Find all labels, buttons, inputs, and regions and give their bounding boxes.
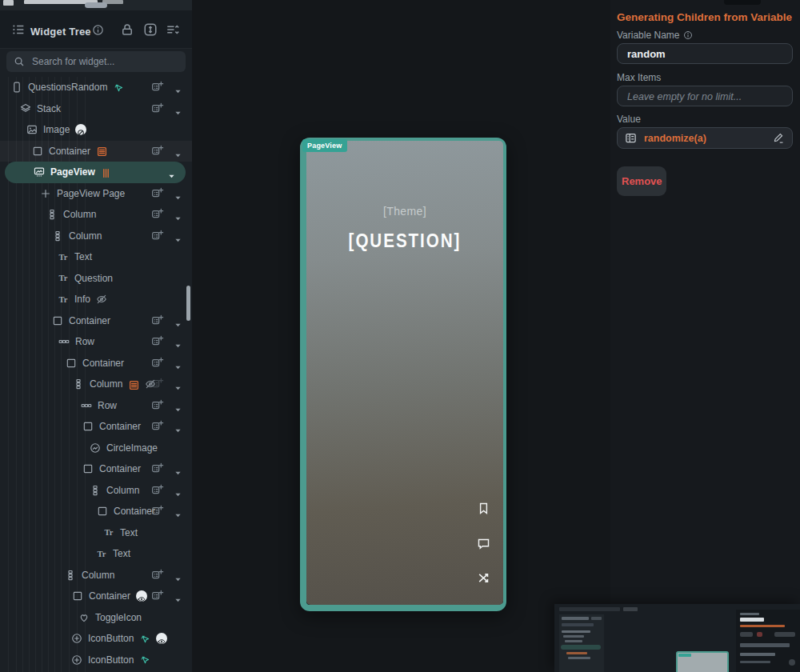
circleimage-widget-icon [90, 442, 101, 454]
tree-row-container[interactable]: Container [0, 141, 192, 162]
add-widget-icon[interactable] [151, 569, 164, 582]
tree-row-text[interactable]: TrText [0, 522, 192, 544]
tree-row-iconbutton[interactable]: IconButton [0, 650, 192, 671]
tree-row-label: Container [89, 590, 130, 602]
tree-row-column[interactable]: Column [0, 565, 192, 586]
variable-name-field[interactable] [617, 43, 793, 64]
eyeoff-badge-icon[interactable] [75, 124, 86, 135]
tree-row-iconbutton[interactable]: IconButton [0, 628, 192, 650]
chevron-down-icon[interactable] [174, 148, 182, 155]
add-widget-icon[interactable] [151, 208, 164, 221]
tap-icon [139, 633, 150, 644]
theme-placeholder-text[interactable]: [Theme] [306, 205, 503, 218]
lock-icon[interactable] [120, 22, 134, 37]
question-placeholder-text[interactable]: [QUESTION] [308, 230, 501, 251]
design-canvas[interactable]: PageView [Theme] [QUESTION] [192, 0, 610, 672]
max-items-field[interactable] [617, 86, 793, 106]
add-widget-icon[interactable] [151, 102, 164, 115]
chevron-down-icon[interactable] [174, 572, 182, 579]
tree-row-container[interactable]: Container [0, 458, 192, 480]
tree-row-text[interactable]: TrText [0, 543, 192, 565]
add-widget-icon[interactable] [151, 505, 164, 518]
add-widget-icon[interactable] [151, 81, 164, 94]
add-widget-icon[interactable] [151, 230, 164, 242]
scrollbar-horizontal-thumb[interactable] [85, 2, 107, 8]
tree-row-question[interactable]: TrQuestion [0, 268, 192, 290]
tree-row-column[interactable]: Column [0, 204, 192, 226]
tree-row-label: Info [74, 294, 90, 305]
add-widget-icon[interactable] [151, 462, 164, 475]
add-widget-icon[interactable] [151, 484, 164, 497]
value-expression-field[interactable]: randomize(a) [617, 127, 793, 149]
scrollbar-vertical-thumb[interactable] [186, 286, 190, 321]
tree-row-column[interactable]: Column [0, 226, 192, 247]
chevron-down-icon[interactable] [174, 402, 182, 410]
chevron-down-icon[interactable] [174, 423, 182, 430]
chevron-down-icon[interactable] [174, 338, 182, 346]
bookmark-icon[interactable] [477, 502, 490, 515]
tree-row-stack[interactable]: Stack [0, 98, 192, 120]
info-icon[interactable] [92, 24, 104, 36]
add-widget-icon[interactable] [151, 314, 164, 327]
remove-button[interactable]: Remove [617, 166, 666, 196]
expand-collapse-icon[interactable] [143, 22, 158, 37]
tree-row-row[interactable]: Row [0, 331, 192, 353]
add-widget-icon[interactable] [151, 335, 164, 348]
tree-row-questionsrandom[interactable]: QuestionsRandom [0, 77, 192, 98]
widget-tree-panel: Widget Tree QuestionsRandomStackImageCon… [0, 0, 192, 672]
tree-row-container[interactable]: Container [0, 501, 192, 522]
search-input[interactable] [30, 55, 170, 68]
tree-row-pageview[interactable]: PageView [5, 162, 186, 183]
chevron-down-icon[interactable] [168, 169, 175, 176]
tree-row-container[interactable]: Container [0, 353, 192, 374]
tree-row-container[interactable]: Container [0, 586, 192, 607]
widget-search[interactable] [6, 51, 186, 72]
pageview-selection-badge[interactable]: PageView [302, 139, 347, 152]
chevron-down-icon[interactable] [174, 593, 182, 600]
screenshot-thumbnail[interactable] [554, 604, 800, 672]
chevron-down-icon[interactable] [174, 487, 182, 494]
tree-row-label: Stack [37, 103, 61, 114]
eye-badge-icon[interactable] [156, 633, 167, 644]
chevron-down-icon[interactable] [174, 106, 182, 113]
add-widget-icon[interactable] [151, 145, 164, 158]
chevron-down-icon[interactable] [174, 360, 182, 367]
info-icon[interactable] [683, 30, 693, 40]
tree-row-row[interactable]: Row [0, 395, 192, 417]
tree-row-pageview-page[interactable]: PageView Page [0, 183, 192, 205]
tree-row-text[interactable]: TrText [0, 246, 192, 268]
tree-row-column[interactable]: Column [0, 374, 192, 395]
tree-row-column[interactable]: Column [0, 480, 192, 502]
chevron-down-icon[interactable] [174, 381, 182, 388]
eye-badge-icon[interactable] [136, 590, 147, 602]
tree-row-toggleicon[interactable]: ToggleIcon [0, 607, 192, 629]
tree-row-label: PageView [50, 166, 95, 178]
add-widget-icon[interactable] [151, 357, 164, 370]
add-widget-icon[interactable] [151, 378, 164, 390]
chevron-down-icon[interactable] [174, 318, 182, 325]
add-widget-icon[interactable] [151, 187, 164, 200]
chevron-down-icon[interactable] [174, 233, 182, 240]
chevron-down-icon[interactable] [174, 508, 182, 515]
chevron-down-icon[interactable] [174, 466, 182, 473]
shuffle-icon[interactable] [477, 571, 490, 585]
app-screen[interactable]: [Theme] [QUESTION] [306, 141, 503, 605]
chevron-down-icon[interactable] [174, 211, 182, 218]
tree-row-container[interactable]: Container [0, 416, 192, 438]
add-widget-icon[interactable] [151, 590, 164, 602]
tree-row-info[interactable]: TrInfo [0, 289, 192, 310]
max-items-label: Max Items [617, 72, 661, 83]
tree-row-label: Image [43, 124, 70, 135]
text-widget-icon: Tr [58, 251, 69, 262]
tree-row-container[interactable]: Container [0, 310, 192, 332]
edit-pencil-icon[interactable] [773, 132, 785, 144]
add-widget-icon[interactable] [151, 399, 164, 412]
comment-icon[interactable] [477, 537, 490, 550]
add-widget-icon[interactable] [151, 420, 164, 433]
sort-list-icon[interactable] [166, 22, 180, 37]
chevron-down-icon[interactable] [174, 84, 182, 91]
chevron-down-icon[interactable] [174, 190, 182, 198]
tree-list-icon[interactable] [11, 22, 26, 37]
tree-row-circleimage[interactable]: CircleImage [0, 438, 192, 459]
tree-row-image[interactable]: Image [0, 119, 192, 141]
